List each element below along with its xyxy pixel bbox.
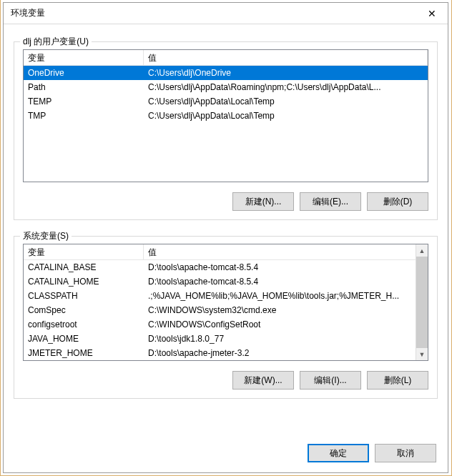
cell-value: C:\Users\dlj\OneDrive [144,66,428,80]
column-variable[interactable]: 变量 [24,50,144,66]
scrollbar[interactable]: ▲ ▼ [416,244,428,360]
cell-variable: JMETER_HOME [24,346,144,360]
list-header: 变量 值 [24,50,428,66]
cell-variable: ComSpec [24,303,144,317]
cell-variable: OneDrive [24,66,144,80]
titlebar: 环境变量 ✕ [4,3,448,24]
cell-value: C:\Users\dlj\AppData\Roaming\npm;C:\User… [144,80,428,94]
close-button[interactable]: ✕ [416,3,448,24]
user-delete-button[interactable]: 删除(D) [367,192,428,211]
cell-value: D:\tools\apache-jmeter-3.2 [144,346,416,360]
table-row[interactable]: CATALINA_HOMED:\tools\apache-tomcat-8.5.… [24,274,416,289]
window-title: 环境变量 [11,7,45,19]
table-row[interactable]: OneDriveC:\Users\dlj\OneDrive [24,66,428,80]
cell-value: C:\Users\dlj\AppData\Local\Temp [144,94,428,109]
cell-variable: JAVA_HOME [24,332,144,346]
table-row[interactable]: ComSpecC:\WINDOWS\system32\cmd.exe [24,303,416,317]
list-header: 变量 值 [24,244,428,260]
system-edit-button[interactable]: 编辑(I)... [300,371,361,390]
cell-value: C:\Users\dlj\AppData\Local\Temp [144,109,428,123]
table-row[interactable]: JMETER_HOMED:\tools\apache-jmeter-3.2 [24,346,416,360]
system-new-button[interactable]: 新建(W)... [232,371,294,390]
user-variables-legend: dlj 的用户变量(U) [20,36,92,48]
user-new-button[interactable]: 新建(N)... [232,192,294,211]
table-row[interactable]: TMPC:\Users\dlj\AppData\Local\Temp [24,109,428,123]
table-row[interactable]: PathC:\Users\dlj\AppData\Roaming\npm;C:\… [24,80,428,94]
environment-variables-dialog: 环境变量 ✕ dlj 的用户变量(U) 变量 值 OneDriveC:\User… [3,2,448,473]
user-variables-list[interactable]: 变量 值 OneDriveC:\Users\dlj\OneDrivePathC:… [23,49,428,182]
cell-variable: CLASSPATH [24,289,144,303]
cell-value: C:\WINDOWS\system32\cmd.exe [144,303,416,317]
cell-variable: CATALINA_HOME [24,274,144,289]
cell-variable: Path [24,80,144,94]
user-variables-group: dlj 的用户变量(U) 变量 值 OneDriveC:\Users\dlj\O… [14,41,438,220]
system-variables-group: 系统变量(S) 变量 值 CATALINA_BASED:\tools\apach… [14,236,438,399]
scroll-thumb[interactable] [416,257,428,348]
cell-value: .;%JAVA_HOME%lib;%JAVA_HOME%lib\tools.ja… [144,289,416,303]
column-value[interactable]: 值 [144,50,428,66]
scroll-down-icon[interactable]: ▼ [416,348,428,360]
cancel-button[interactable]: 取消 [375,444,436,462]
table-row[interactable]: CLASSPATH.;%JAVA_HOME%lib;%JAVA_HOME%lib… [24,289,416,303]
cell-variable: TEMP [24,94,144,109]
cell-variable: configsetroot [24,317,144,332]
user-edit-button[interactable]: 编辑(E)... [300,192,361,211]
system-delete-button[interactable]: 删除(L) [367,371,428,390]
scroll-up-icon[interactable]: ▲ [416,244,428,257]
cell-variable: CATALINA_BASE [24,260,144,274]
cell-variable: TMP [24,109,144,123]
cell-value: C:\WINDOWS\ConfigSetRoot [144,317,416,332]
cell-value: D:\tools\apache-tomcat-8.5.4 [144,260,416,274]
system-variables-list[interactable]: 变量 值 CATALINA_BASED:\tools\apache-tomcat… [23,244,428,361]
cell-value: D:\tools\apache-tomcat-8.5.4 [144,274,416,289]
cell-value: D:\tools\jdk1.8.0_77 [144,332,416,346]
table-row[interactable]: TEMPC:\Users\dlj\AppData\Local\Temp [24,94,428,109]
table-row[interactable]: configsetrootC:\WINDOWS\ConfigSetRoot [24,317,416,332]
table-row[interactable]: CATALINA_BASED:\tools\apache-tomcat-8.5.… [24,260,416,274]
column-value[interactable]: 值 [144,244,428,260]
close-icon: ✕ [428,8,436,19]
ok-button[interactable]: 确定 [308,444,369,462]
column-variable[interactable]: 变量 [24,244,144,260]
system-variables-legend: 系统变量(S) [20,230,72,242]
table-row[interactable]: JAVA_HOMED:\tools\jdk1.8.0_77 [24,332,416,346]
